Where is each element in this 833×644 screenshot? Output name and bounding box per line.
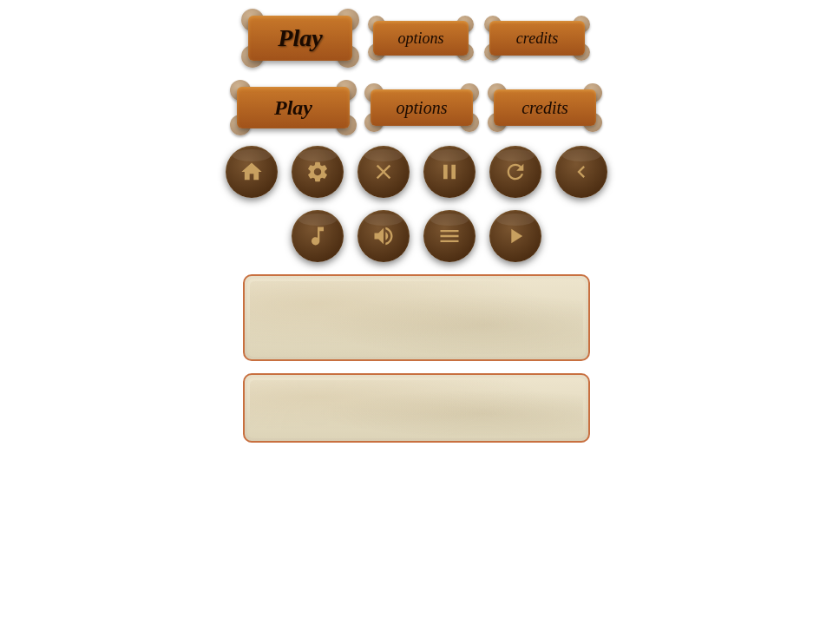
music-button[interactable] [292, 210, 344, 262]
play-button[interactable] [489, 210, 541, 262]
icon-row-2 [292, 210, 541, 262]
play-icon [503, 224, 528, 248]
main-container: Play options credits [0, 0, 833, 644]
back-icon [569, 160, 594, 184]
options-button-small[interactable]: options [373, 21, 469, 56]
panel-medium [243, 373, 590, 443]
sound-icon [371, 224, 396, 248]
home-button[interactable] [226, 146, 278, 198]
gear-icon [305, 160, 330, 184]
button-row-1: Play options credits [248, 16, 585, 61]
options-button-medium[interactable]: options [371, 89, 473, 126]
pause-icon [437, 160, 462, 184]
icon-row-1 [226, 146, 607, 198]
play-button-medium[interactable]: Play [237, 87, 350, 128]
credits-button-medium[interactable]: credits [494, 89, 596, 126]
panel-large [243, 274, 590, 361]
menu-icon [437, 224, 462, 248]
button-row-2: Play options credits [237, 87, 596, 128]
close-icon [371, 160, 396, 184]
home-icon [239, 160, 264, 184]
refresh-button[interactable] [489, 146, 541, 198]
menu-button[interactable] [423, 210, 476, 262]
sound-button[interactable] [357, 210, 410, 262]
pause-button[interactable] [423, 146, 476, 198]
credits-button-small[interactable]: credits [489, 21, 585, 56]
back-button[interactable] [555, 146, 607, 198]
settings-button[interactable] [292, 146, 344, 198]
refresh-icon [503, 160, 528, 184]
close-button[interactable] [357, 146, 410, 198]
play-button-large[interactable]: Play [248, 16, 352, 61]
music-icon [305, 224, 330, 248]
